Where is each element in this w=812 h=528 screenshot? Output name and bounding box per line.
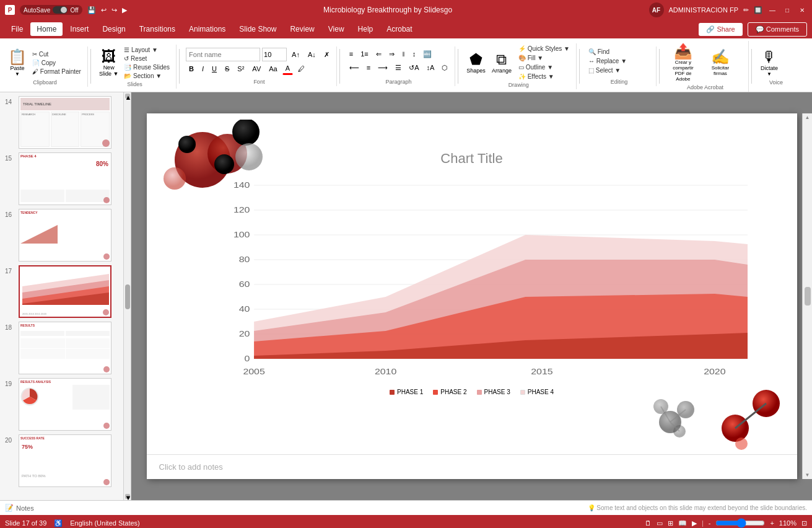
text-shadow-btn[interactable]: S² <box>234 63 247 75</box>
present-icon[interactable]: ▶ <box>122 6 127 14</box>
slide-img-17[interactable]: 2005 2010 2015 2020 <box>19 265 111 318</box>
menu-item-file[interactable]: File <box>5 22 29 36</box>
decrease-indent-btn[interactable]: ⇐ <box>373 48 385 60</box>
copy-button[interactable]: 📄 Copy <box>30 59 84 67</box>
line-spacing-btn[interactable]: ↕ <box>409 48 419 60</box>
reuse-slides-button[interactable]: 📑 Reuse Slides <box>121 63 172 71</box>
font-family-input[interactable] <box>186 48 260 61</box>
save-icon[interactable]: 💾 <box>87 6 96 14</box>
align-right-btn[interactable]: ⟶ <box>375 61 391 74</box>
zoom-in-btn[interactable]: + <box>770 519 774 527</box>
paste-button[interactable]: 📋 Paste ▼ <box>6 48 28 78</box>
slide-thumb-17[interactable]: 17 2005 2010 2015 2020 <box>5 265 118 318</box>
find-button[interactable]: 🔍 Find <box>586 48 629 56</box>
select-button[interactable]: ⬚ Select ▼ <box>586 66 629 74</box>
convert-to-smartart-btn[interactable]: ⬡ <box>439 61 451 74</box>
change-case-btn[interactable]: Aa <box>266 63 280 75</box>
slide-img-14[interactable]: TRIAL TIMELINE RESEARCH CHECKLINE PROCES… <box>19 96 111 149</box>
redo-icon[interactable]: ↪ <box>111 6 117 14</box>
create-pdf-button[interactable]: 📤 Crear y compartir PDF de Adobe <box>666 42 701 83</box>
arrange-button[interactable]: ⧉ Arrange <box>490 50 513 75</box>
user-avatar[interactable]: AF <box>649 2 664 17</box>
undo-icon[interactable]: ↩ <box>101 6 107 14</box>
bold-btn[interactable]: B <box>186 63 197 75</box>
menu-item-view[interactable]: View <box>322 22 351 36</box>
slide-thumb-15[interactable]: 15 PHASE 4 80% <box>5 152 118 205</box>
slide-img-16[interactable]: TENDENCY <box>19 209 111 262</box>
shapes-button[interactable]: ⬟ Shapes <box>465 50 487 75</box>
justify-btn[interactable]: ☰ <box>392 61 404 74</box>
menu-item-review[interactable]: Review <box>284 22 320 36</box>
shape-effects-btn[interactable]: ✨ Effects ▼ <box>516 73 572 81</box>
align-left-btn[interactable]: ⟵ <box>346 61 362 74</box>
cut-button[interactable]: ✂ Cut <box>30 50 84 58</box>
view-normal-btn[interactable]: ▭ <box>657 519 663 527</box>
slide-img-15[interactable]: PHASE 4 80% <box>19 152 111 205</box>
slide-img-18[interactable]: RESULTS <box>19 322 111 374</box>
char-spacing-btn[interactable]: AV <box>249 63 264 75</box>
maximize-btn[interactable]: □ <box>782 5 792 15</box>
shape-outline-btn[interactable]: ▭ Outline ▼ <box>516 63 572 71</box>
font-decrease-btn[interactable]: A↓ <box>305 48 319 61</box>
slide-thumb-14[interactable]: 14 TRIAL TIMELINE RESEARCH CHECKLINE PRO… <box>5 96 118 149</box>
smart-art-btn[interactable]: 🔤 <box>420 48 435 60</box>
view-slide-sorter-btn[interactable]: ⊞ <box>668 519 673 527</box>
dictate-button[interactable]: 🎙 Dictate ▼ <box>758 48 780 78</box>
menu-item-design[interactable]: Design <box>96 22 131 36</box>
notes-placeholder-area[interactable]: Click to add notes <box>147 454 797 479</box>
notes-label[interactable]: Notes <box>16 504 34 512</box>
view-reading-btn[interactable]: 📖 <box>678 519 687 527</box>
font-color-btn[interactable]: A <box>282 63 293 75</box>
new-slide-button[interactable]: 🖼 New Slide ▼ <box>97 47 120 78</box>
menu-item-transitions[interactable]: Transitions <box>133 22 181 36</box>
slide-thumb-20[interactable]: 20 SUCCESS RATE 75% PATH TO 80% <box>5 434 118 487</box>
zoom-out-btn[interactable]: - <box>709 519 711 527</box>
layout-button[interactable]: ☰ Layout ▼ <box>121 46 172 54</box>
slide-panel-scrollbar[interactable]: ▲ ▼ <box>124 92 131 500</box>
menu-item-slideshow[interactable]: Slide Show <box>233 22 282 36</box>
menu-item-help[interactable]: Help <box>352 22 380 36</box>
autosave-toggle-switch[interactable] <box>53 6 68 14</box>
restore-icon[interactable]: 🔲 <box>754 6 762 14</box>
font-size-input[interactable] <box>262 48 287 61</box>
reset-button[interactable]: ↺ Reset <box>121 55 172 63</box>
menu-item-insert[interactable]: Insert <box>64 22 95 36</box>
align-text-btn[interactable]: ↕A <box>424 61 438 74</box>
highlight-btn[interactable]: 🖊 <box>295 63 308 75</box>
slide-thumb-16[interactable]: 16 TENDENCY <box>5 209 118 262</box>
section-button[interactable]: 📂 Section ▼ <box>121 72 172 80</box>
menu-item-home[interactable]: Home <box>30 22 63 36</box>
replace-button[interactable]: ↔ Replace ▼ <box>586 57 629 65</box>
language[interactable]: English (United States) <box>70 519 140 527</box>
text-dir-btn[interactable]: ↺A <box>406 61 422 74</box>
share-button[interactable]: 🔗 Share <box>699 23 742 36</box>
slide-thumb-18[interactable]: 18 RESULTS <box>5 322 118 374</box>
close-btn[interactable]: ✕ <box>797 5 807 15</box>
italic-btn[interactable]: I <box>199 63 207 75</box>
format-painter-button[interactable]: 🖌 Format Painter <box>30 68 84 76</box>
fit-slide-btn[interactable]: ⊡ <box>801 519 807 527</box>
zoom-level[interactable]: 110% <box>779 519 797 527</box>
canvas-scrollbar[interactable]: ▲ ▼ <box>802 113 812 479</box>
request-sign-button[interactable]: ✍ Solicitar firmas <box>703 48 738 77</box>
numbering-btn[interactable]: 1≡ <box>357 48 372 60</box>
view-slideshow-btn[interactable]: ▶ <box>692 519 697 527</box>
clear-format-btn[interactable]: ✗ <box>321 48 333 61</box>
quick-styles-button[interactable]: ⚡ Quick Styles ▼ <box>516 45 572 53</box>
strikethrough-btn[interactable]: S <box>222 63 232 75</box>
increase-indent-btn[interactable]: ⇒ <box>386 48 398 60</box>
menu-item-animations[interactable]: Animations <box>183 22 232 36</box>
autosave-toggle[interactable]: AutoSave Off <box>20 5 82 15</box>
accessibility-icon[interactable]: ♿ <box>54 519 63 527</box>
bullets-btn[interactable]: ≡ <box>346 48 356 60</box>
menu-item-acrobat[interactable]: Acrobat <box>380 22 418 36</box>
comments-button[interactable]: 💬 Comments <box>748 22 807 37</box>
zoom-slider[interactable] <box>715 518 765 528</box>
slide-img-19[interactable]: RESULTS ANALYSIS <box>19 378 111 431</box>
col-count-btn[interactable]: ⫴ <box>399 48 408 60</box>
minimize-btn[interactable]: — <box>767 5 777 15</box>
notes-placeholder-text[interactable]: Click to add notes <box>159 462 223 472</box>
align-center-btn[interactable]: ≡ <box>364 61 373 74</box>
slide-thumb-19[interactable]: 19 RESULTS ANALYSIS <box>5 378 118 431</box>
font-increase-btn[interactable]: A↑ <box>289 48 303 61</box>
